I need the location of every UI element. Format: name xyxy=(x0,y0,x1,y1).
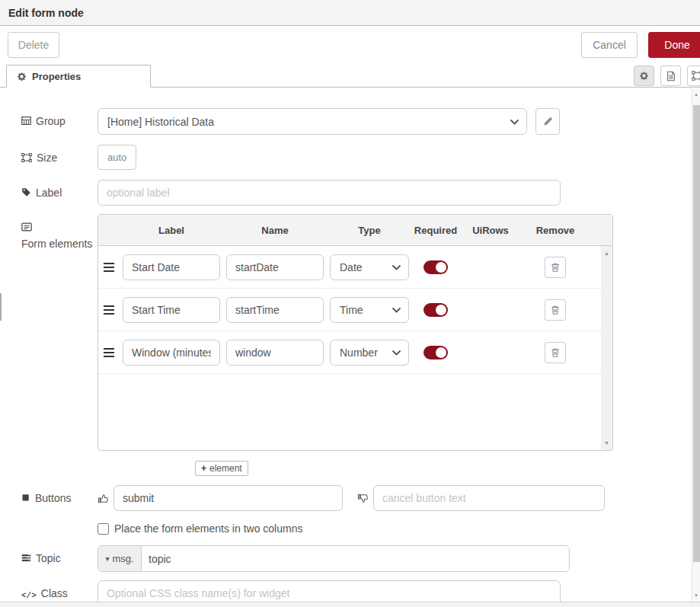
form-elements-body: Date Time xyxy=(98,246,612,450)
left-edge-divider xyxy=(0,293,2,321)
cancel-button-text-input[interactable] xyxy=(373,485,605,511)
pencil-icon xyxy=(543,117,553,126)
column-header-remove: Remove xyxy=(522,225,589,236)
gear-icon xyxy=(17,72,27,81)
dialog-header: Edit form node xyxy=(0,0,700,26)
chevron-down-icon xyxy=(392,350,401,356)
scrollbar-thumb[interactable] xyxy=(693,105,700,562)
gear-icon xyxy=(639,71,649,81)
column-header-uirows: UiRows xyxy=(459,225,522,236)
form-element-row: Number xyxy=(98,331,601,374)
form-elements-header: Label Name Type Required UiRows Remove xyxy=(98,215,612,246)
element-name-input[interactable] xyxy=(226,340,324,366)
thumbs-down-icon xyxy=(357,493,369,504)
label-row: Label xyxy=(21,180,700,206)
form-elements-label: Form elements xyxy=(21,214,97,251)
delete-button[interactable]: Delete xyxy=(8,32,59,58)
two-columns-row: Place the form elements in two columns xyxy=(97,522,700,535)
remove-element-button[interactable] xyxy=(545,299,566,321)
properties-panel: Group [Home] Historical Data Size xyxy=(0,88,700,606)
remove-element-button[interactable] xyxy=(545,257,566,278)
drag-handle[interactable] xyxy=(104,305,114,315)
properties-view-button[interactable] xyxy=(634,65,654,86)
element-label-input[interactable] xyxy=(123,254,220,280)
element-name-input[interactable] xyxy=(226,254,324,280)
table-scrollbar[interactable]: ▲ ▼ xyxy=(601,246,612,450)
dialog-scrollbar[interactable]: ▲ ▼ xyxy=(692,88,700,607)
dialog-button-bar: Delete Cancel Done xyxy=(0,26,700,65)
form-elements-rows: Date Time xyxy=(98,246,601,374)
scroll-up-icon[interactable]: ▲ xyxy=(692,90,700,99)
required-toggle[interactable] xyxy=(424,260,448,274)
tag-icon xyxy=(21,187,31,197)
tasks-icon xyxy=(21,553,31,563)
remove-element-button[interactable] xyxy=(545,342,566,363)
dialog-footer-edge xyxy=(0,602,700,607)
column-header-name: Name xyxy=(223,225,327,236)
scroll-down-icon[interactable]: ▼ xyxy=(692,591,700,600)
size-button[interactable]: auto xyxy=(97,145,136,170)
caret-down-icon: ▾ xyxy=(105,554,109,563)
two-columns-checkbox-label: Place the form elements in two columns xyxy=(114,522,302,535)
tab-properties-label: Properties xyxy=(32,71,81,82)
topic-input[interactable] xyxy=(142,546,569,571)
tab-strip-actions xyxy=(634,65,700,86)
topic-type-value: msg. xyxy=(112,553,133,564)
group-select[interactable]: [Home] Historical Data xyxy=(97,108,527,135)
scroll-up-icon[interactable]: ▲ xyxy=(601,248,612,259)
object-group-icon xyxy=(21,152,32,163)
required-toggle[interactable] xyxy=(424,303,448,317)
scroll-down-icon[interactable]: ▼ xyxy=(601,437,612,449)
cancel-button[interactable]: Cancel xyxy=(581,32,638,58)
group-select-value: [Home] Historical Data xyxy=(107,116,214,128)
column-header-required: Required xyxy=(412,225,459,236)
appearance-view-button[interactable] xyxy=(687,65,700,86)
chevron-down-icon xyxy=(392,265,401,270)
column-header-type: Type xyxy=(327,225,412,236)
add-element-button[interactable]: + element xyxy=(195,461,248,476)
description-view-button[interactable] xyxy=(660,65,681,86)
element-type-value: Time xyxy=(340,304,363,316)
plus-icon: + xyxy=(201,463,206,474)
element-type-select[interactable]: Number xyxy=(330,340,409,366)
thumbs-up-icon xyxy=(97,493,109,504)
element-label-input[interactable] xyxy=(123,297,220,323)
element-type-select[interactable]: Date xyxy=(330,254,409,280)
edit-form-node-dialog: Edit form node Delete Cancel Done Proper… xyxy=(0,0,700,607)
document-icon xyxy=(666,71,676,81)
topic-row: Topic ▾ msg. xyxy=(21,545,700,572)
tab-properties[interactable]: Properties xyxy=(6,65,151,88)
group-row: Group [Home] Historical Data xyxy=(21,108,700,135)
edit-group-button[interactable] xyxy=(535,108,560,135)
tab-strip: Properties xyxy=(0,65,700,88)
done-button[interactable]: Done xyxy=(648,32,700,58)
size-row: Size auto xyxy=(21,145,700,170)
trash-icon xyxy=(550,347,561,358)
form-element-row: Date xyxy=(98,246,601,289)
chevron-down-icon xyxy=(510,120,519,125)
object-group-icon xyxy=(692,70,700,81)
required-toggle[interactable] xyxy=(424,346,448,359)
topic-label: Topic xyxy=(21,545,97,566)
column-header-label: Label xyxy=(120,225,223,236)
chevron-down-icon xyxy=(392,308,401,313)
element-type-select[interactable]: Time xyxy=(330,297,409,323)
buttons-label: Buttons xyxy=(21,485,97,506)
submit-button-text-input[interactable] xyxy=(113,485,343,511)
size-label: Size xyxy=(21,145,97,165)
class-label: </> Class xyxy=(21,580,97,603)
dialog-title: Edit form node xyxy=(8,7,84,19)
element-type-value: Date xyxy=(340,261,363,273)
element-label-input[interactable] xyxy=(123,340,220,366)
square-icon xyxy=(21,493,30,502)
form-elements-row: Form elements Label Name Type Required U… xyxy=(21,214,700,476)
two-columns-checkbox[interactable] xyxy=(97,523,109,535)
element-name-input[interactable] xyxy=(226,297,324,323)
trash-icon xyxy=(550,305,561,315)
topic-type-select[interactable]: ▾ msg. xyxy=(98,546,142,571)
label-input[interactable] xyxy=(97,180,561,206)
topic-typed-input: ▾ msg. xyxy=(97,545,570,572)
buttons-row: Buttons xyxy=(21,485,700,511)
drag-handle[interactable] xyxy=(104,263,114,272)
drag-handle[interactable] xyxy=(104,348,114,357)
